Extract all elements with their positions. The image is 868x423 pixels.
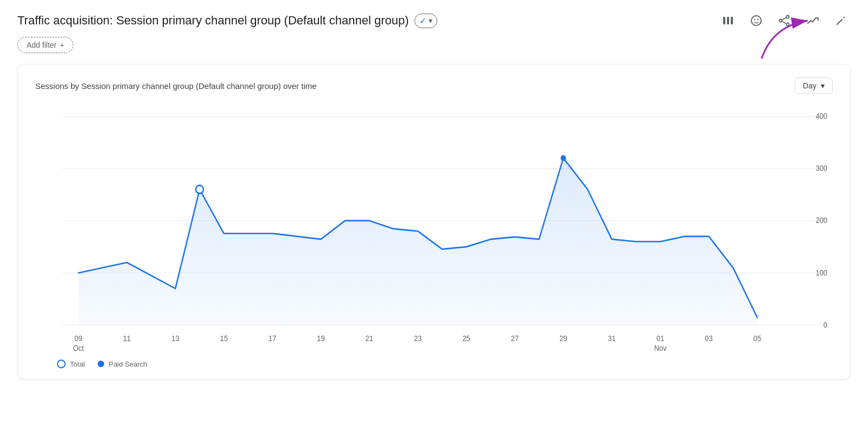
x-label-25: 25	[462, 335, 470, 343]
add-filter-label: Add filter	[27, 41, 56, 49]
paid-search-label: Paid Search	[108, 360, 147, 368]
total-label: Total	[70, 360, 85, 368]
svg-point-5	[754, 19, 755, 20]
chevron-down-icon: ▾	[821, 81, 825, 90]
period-selector[interactable]: Day ▾	[795, 78, 833, 94]
plus-icon: +	[60, 41, 64, 49]
x-label-05: 05	[754, 335, 761, 343]
x-label-19: 19	[317, 335, 324, 343]
svg-point-9	[787, 23, 789, 26]
add-filter-button[interactable]: Add filter +	[17, 37, 73, 53]
svg-line-11	[782, 21, 786, 23]
total-icon	[57, 360, 66, 368]
x-label-29: 29	[559, 335, 567, 343]
status-badge[interactable]: ✓ ▾	[414, 14, 437, 28]
x-label-21: 21	[366, 335, 373, 343]
max-point	[560, 155, 566, 161]
x-label-17: 17	[269, 335, 276, 343]
header-row: Traffic acquisition: Session primary cha…	[17, 11, 851, 30]
paid-search-icon	[98, 361, 104, 367]
filter-row: Add filter +	[17, 37, 851, 53]
chart-header: Sessions by Session primary channel grou…	[35, 78, 833, 94]
svg-rect-2	[727, 17, 729, 24]
svg-line-10	[782, 17, 786, 20]
x-label-27: 27	[511, 335, 519, 343]
svg-text:200: 200	[816, 216, 828, 225]
svg-point-6	[757, 19, 758, 20]
period-label: Day	[803, 81, 816, 90]
chart-card: Sessions by Session primary channel grou…	[17, 64, 851, 380]
compare-columns-icon[interactable]	[718, 11, 738, 30]
x-label-09: 09	[74, 335, 82, 343]
check-icon: ✓	[419, 16, 426, 26]
x-label-03: 03	[705, 335, 712, 343]
face-icon[interactable]	[746, 11, 766, 30]
x-label-nov: Nov	[654, 344, 667, 352]
x-label-15: 15	[220, 335, 227, 343]
svg-point-4	[751, 16, 761, 25]
svg-text:100: 100	[816, 268, 828, 277]
svg-text:400: 400	[816, 112, 828, 120]
svg-text:300: 300	[816, 164, 828, 173]
x-label-01: 01	[656, 335, 664, 343]
svg-rect-1	[723, 17, 725, 24]
svg-rect-3	[731, 17, 733, 24]
chart-area: 400 300 200 100 0	[35, 105, 833, 354]
x-label-oct: Oct	[73, 344, 84, 352]
svg-point-8	[780, 20, 782, 22]
share-icon[interactable]	[775, 11, 794, 30]
x-label-11: 11	[123, 335, 131, 343]
legend-total: Total	[57, 360, 85, 368]
edit-icon[interactable]	[831, 11, 851, 30]
x-label-31: 31	[608, 335, 616, 343]
svg-text:0: 0	[824, 321, 827, 329]
highlighted-point	[196, 185, 203, 194]
chevron-down-icon: ▾	[429, 16, 432, 25]
legend-row: Total Paid Search	[35, 360, 833, 368]
page-title: Traffic acquisition: Session primary cha…	[17, 14, 409, 28]
header-right	[718, 11, 851, 30]
legend-paid-search: Paid Search	[98, 360, 147, 368]
chart-title: Sessions by Session primary channel grou…	[35, 81, 317, 91]
trending-up-icon[interactable]	[803, 11, 822, 30]
page-container: Traffic acquisition: Session primary cha…	[0, 0, 868, 390]
x-label-23: 23	[414, 335, 422, 343]
x-label-13: 13	[171, 335, 179, 343]
header-left: Traffic acquisition: Session primary cha…	[17, 14, 437, 28]
svg-point-7	[787, 16, 789, 18]
line-chart: 400 300 200 100 0	[35, 105, 833, 354]
